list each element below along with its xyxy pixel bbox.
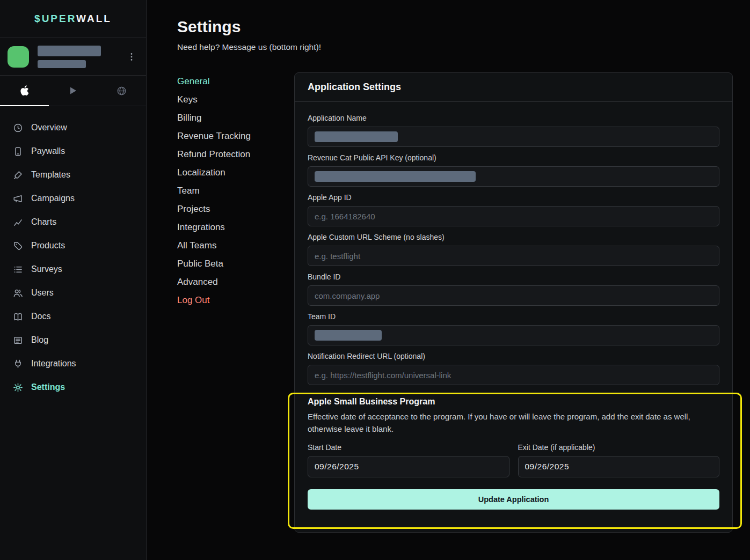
account-row: [0, 38, 146, 76]
settings-nav-advanced[interactable]: Advanced: [177, 273, 294, 291]
settings-nav-log-out[interactable]: Log Out: [177, 291, 294, 310]
settings-nav: General Keys Billing Revenue Tracking Re…: [177, 72, 294, 533]
megaphone-icon: [12, 194, 23, 204]
google-play-icon: [68, 86, 78, 95]
start-date-input[interactable]: [308, 456, 509, 477]
page-subtitle: Need help? Message us (bottom right)!: [177, 42, 733, 52]
plug-icon: [12, 359, 23, 369]
apple-app-id-input[interactable]: [308, 206, 719, 226]
revenuecat-key-input[interactable]: [308, 166, 719, 187]
exit-date-input[interactable]: [518, 456, 720, 477]
sidebar-item-label: Docs: [31, 312, 50, 321]
sidebar-item-label: Integrations: [31, 359, 76, 369]
sidebar-item-blog[interactable]: Blog: [0, 328, 146, 352]
sidebar-item-products[interactable]: Products: [0, 234, 146, 257]
logo-prefix: $UPER: [34, 13, 76, 24]
sidebar-item-label: Templates: [31, 170, 70, 180]
small-business-description: Effective date of acceptance to the prog…: [308, 411, 719, 436]
settings-nav-keys[interactable]: Keys: [177, 91, 294, 109]
settings-nav-projects[interactable]: Projects: [177, 200, 294, 218]
sidebar-item-overview[interactable]: Overview: [0, 116, 146, 139]
sidebar: $UPERWALL: [0, 0, 147, 560]
redacted-value: [315, 171, 476, 182]
sidebar-item-paywalls[interactable]: Paywalls: [0, 139, 146, 163]
logo-suffix: WALL: [76, 13, 112, 24]
sidebar-item-charts[interactable]: Charts: [0, 210, 146, 234]
settings-nav-localization[interactable]: Localization: [177, 164, 294, 182]
application-name-input[interactable]: [308, 127, 719, 147]
sidebar-item-integrations[interactable]: Integrations: [0, 352, 146, 375]
platform-tabs: [0, 76, 146, 106]
settings-nav-general[interactable]: General: [177, 72, 294, 91]
field-label: Start Date: [308, 443, 509, 452]
account-role-bar: [38, 60, 86, 68]
settings-nav-team[interactable]: Team: [177, 182, 294, 200]
brush-icon: [12, 170, 23, 180]
superwall-logo: $UPERWALL: [34, 13, 112, 25]
sidebar-item-surveys[interactable]: Surveys: [0, 257, 146, 281]
list-icon: [12, 264, 23, 275]
sidebar-item-templates[interactable]: Templates: [0, 163, 146, 187]
users-icon: [12, 288, 23, 298]
phone-icon: [12, 146, 23, 157]
settings-nav-revenue-tracking[interactable]: Revenue Tracking: [177, 127, 294, 145]
field-apple-app-id: Apple App ID: [308, 193, 719, 226]
field-url-scheme: Apple Custom URL Scheme (no slashes): [308, 233, 719, 266]
field-application-name: Application Name: [308, 114, 719, 147]
account-name-redacted: [38, 46, 101, 68]
sidebar-item-campaigns[interactable]: Campaigns: [0, 187, 146, 210]
newspaper-icon: [12, 335, 23, 345]
url-scheme-input[interactable]: [308, 246, 719, 266]
sidebar-item-label: Overview: [31, 123, 67, 132]
sidebar-item-label: Settings: [31, 382, 65, 392]
sidebar-item-users[interactable]: Users: [0, 281, 146, 305]
team-id-input[interactable]: [308, 325, 719, 345]
platform-tab-apple[interactable]: [0, 76, 49, 106]
settings-nav-integrations[interactable]: Integrations: [177, 218, 294, 237]
update-application-button[interactable]: Update Application: [308, 489, 719, 510]
field-exit-date: Exit Date (if applicable): [518, 443, 720, 477]
settings-nav-public-beta[interactable]: Public Beta: [177, 255, 294, 273]
field-revenuecat-key: Revenue Cat Public API Key (optional): [308, 153, 719, 187]
field-label: Apple Custom URL Scheme (no slashes): [308, 233, 719, 242]
small-business-title: Apple Small Business Program: [308, 397, 719, 407]
small-business-section: Apple Small Business Program Effective d…: [308, 397, 719, 510]
platform-tab-google-play[interactable]: [49, 76, 98, 106]
page-title: Settings: [177, 18, 733, 36]
kebab-menu-icon: [127, 52, 136, 62]
tag-icon: [12, 241, 23, 251]
sidebar-item-label: Charts: [31, 217, 56, 227]
bundle-id-input[interactable]: [308, 285, 719, 306]
clock-icon: [12, 123, 23, 133]
card-title: Application Settings: [295, 73, 732, 102]
apple-icon: [20, 85, 29, 96]
sidebar-item-label: Blog: [31, 335, 48, 345]
field-bundle-id: Bundle ID: [308, 272, 719, 306]
sidebar-nav: Overview Paywalls Templates Campaigns: [0, 106, 146, 399]
app-root: $UPERWALL: [0, 0, 750, 560]
field-label: Apple App ID: [308, 193, 719, 202]
settings-nav-billing[interactable]: Billing: [177, 109, 294, 127]
chart-icon: [12, 217, 23, 227]
book-icon: [12, 312, 23, 322]
notification-redirect-url-input[interactable]: [308, 365, 719, 385]
field-notification-redirect-url: Notification Redirect URL (optional): [308, 352, 719, 385]
sidebar-item-label: Surveys: [31, 264, 62, 274]
sidebar-item-label: Paywalls: [31, 146, 65, 156]
settings-nav-all-teams[interactable]: All Teams: [177, 237, 294, 255]
settings-nav-refund-protection[interactable]: Refund Protection: [177, 145, 294, 164]
field-label: Exit Date (if applicable): [518, 443, 720, 452]
sidebar-item-label: Campaigns: [31, 194, 75, 203]
field-team-id: Team ID: [308, 312, 719, 345]
account-avatar: [8, 46, 29, 68]
field-label: Notification Redirect URL (optional): [308, 352, 719, 361]
redacted-value: [315, 131, 398, 142]
account-name-bar: [38, 46, 101, 56]
sidebar-item-label: Users: [31, 288, 54, 298]
account-menu-button[interactable]: [125, 50, 139, 64]
platform-tab-web[interactable]: [97, 76, 146, 106]
gear-icon: [12, 382, 23, 393]
sidebar-item-settings[interactable]: Settings: [0, 375, 146, 399]
logo-row: $UPERWALL: [0, 0, 146, 38]
sidebar-item-docs[interactable]: Docs: [0, 305, 146, 328]
